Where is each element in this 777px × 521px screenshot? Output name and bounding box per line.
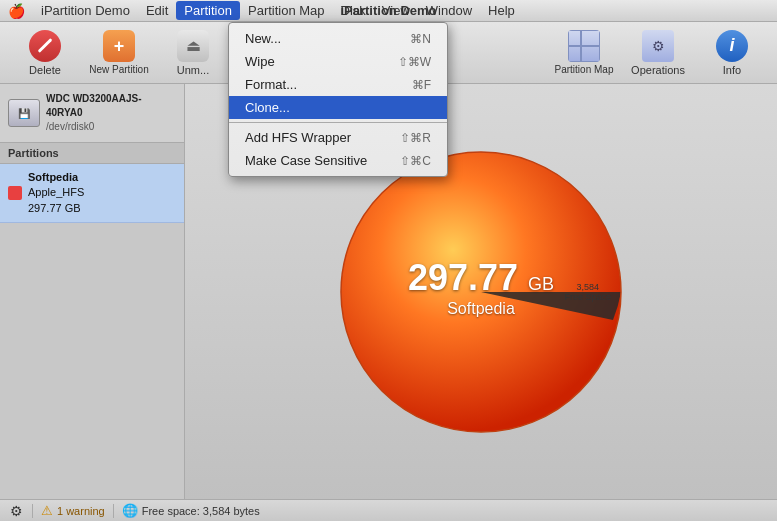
new-partition-label: New Partition: [89, 64, 148, 75]
dropdown-case-sensitive[interactable]: Make Case Sensitive ⇧⌘C: [229, 149, 447, 172]
shortcut-case-sensitive: ⇧⌘C: [400, 154, 431, 168]
disk-icon: 💾: [8, 99, 40, 127]
free-space-label: 3,584 Free Space: [564, 282, 611, 302]
info-button[interactable]: i Info: [697, 26, 767, 80]
status-separator-1: [32, 504, 33, 518]
settings-button[interactable]: ⚙: [8, 503, 24, 519]
statusbar: ⚙ ⚠ 1 warning 🌐 Free space: 3,584 bytes: [0, 499, 777, 521]
globe-icon: 🌐: [122, 503, 138, 518]
warning-indicator[interactable]: ⚠ 1 warning: [41, 503, 105, 518]
partition-item[interactable]: Softpedia Apple_HFS 297.77 GB: [0, 164, 184, 223]
unmount-label: Unm...: [177, 64, 209, 76]
menu-bar: iPartition Demo Edit Partition Partition…: [33, 1, 523, 20]
partition-type: Apple_HFS: [28, 185, 84, 200]
dropdown-new[interactable]: New... ⌘N: [229, 27, 447, 50]
menu-ipartition[interactable]: iPartition Demo: [33, 1, 138, 20]
operations-label: Operations: [631, 64, 685, 76]
dropdown-format[interactable]: Format... ⌘F: [229, 73, 447, 96]
window-title: iPartition Demo: [340, 3, 436, 18]
delete-icon: [29, 30, 61, 62]
delete-label: Delete: [29, 64, 61, 76]
new-partition-button[interactable]: + New Partition: [84, 26, 154, 80]
menu-edit[interactable]: Edit: [138, 1, 176, 20]
shortcut-add-hfs: ⇧⌘R: [400, 131, 431, 145]
dropdown-separator: [229, 122, 447, 123]
new-partition-icon: +: [103, 30, 135, 62]
info-label: Info: [723, 64, 741, 76]
dropdown-clone[interactable]: Clone...: [229, 96, 447, 119]
warning-text: 1 warning: [57, 505, 105, 517]
disk-info[interactable]: 💾 WDC WD3200AAJS-40RYA0 /dev/rdisk0: [0, 84, 184, 143]
pie-container: 297.77 GB Softpedia 3,584 Free Space: [331, 142, 631, 442]
info-icon: i: [716, 30, 748, 62]
partition-text: Softpedia Apple_HFS 297.77 GB: [28, 170, 84, 216]
disk-device: /dev/rdisk0: [46, 120, 176, 134]
free-space-status: 🌐 Free space: 3,584 bytes: [122, 503, 260, 518]
shortcut-format: ⌘F: [412, 78, 431, 92]
menu-help[interactable]: Help: [480, 1, 523, 20]
apple-menu[interactable]: 🍎: [8, 3, 25, 19]
warning-icon: ⚠: [41, 503, 53, 518]
operations-icon: ⚙: [642, 30, 674, 62]
menu-partition-map[interactable]: Partition Map: [240, 1, 333, 20]
free-space-text: Free space: 3,584 bytes: [142, 505, 260, 517]
unmount-button[interactable]: ⏏ Unm...: [158, 26, 228, 80]
dropdown-wipe[interactable]: Wipe ⇧⌘W: [229, 50, 447, 73]
titlebar: 🍎 iPartition Demo Edit Partition Partiti…: [0, 0, 777, 22]
operations-button[interactable]: ⚙ Operations: [623, 26, 693, 80]
disk-name: WDC WD3200AAJS-40RYA0: [46, 92, 176, 120]
shortcut-new: ⌘N: [410, 32, 431, 46]
partition-map-label: Partition Map: [555, 64, 614, 75]
partition-map-button[interactable]: Partition Map: [549, 26, 619, 80]
partitions-header: Partitions: [0, 143, 184, 164]
partition-size: 297.77 GB: [28, 201, 84, 216]
partition-dropdown: New... ⌘N Wipe ⇧⌘W Format... ⌘F Clone...…: [228, 22, 448, 177]
partition-map-icon: [568, 30, 600, 62]
dropdown-add-hfs[interactable]: Add HFS Wrapper ⇧⌘R: [229, 126, 447, 149]
sidebar: 💾 WDC WD3200AAJS-40RYA0 /dev/rdisk0 Part…: [0, 84, 185, 499]
disk-text: WDC WD3200AAJS-40RYA0 /dev/rdisk0: [46, 92, 176, 134]
status-separator-2: [113, 504, 114, 518]
shortcut-wipe: ⇧⌘W: [398, 55, 431, 69]
partition-name: Softpedia: [28, 170, 84, 185]
menu-partition[interactable]: Partition: [176, 1, 240, 20]
unmount-icon: ⏏: [177, 30, 209, 62]
partition-color-indicator: [8, 186, 22, 200]
delete-button[interactable]: Delete: [10, 26, 80, 80]
